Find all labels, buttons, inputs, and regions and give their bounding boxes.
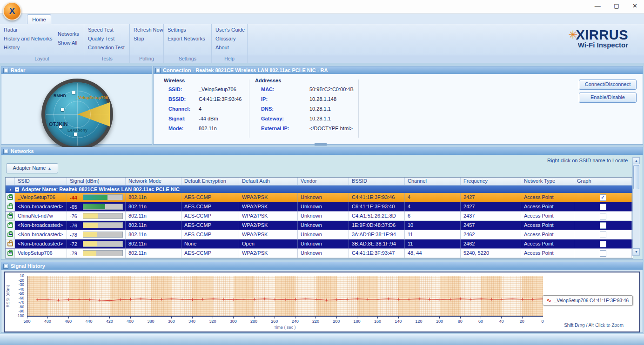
ribbon-item-radar[interactable]: Radar	[4, 26, 53, 34]
tab-home[interactable]: Home	[27, 14, 51, 24]
panel-collapse-icon[interactable]	[3, 149, 8, 154]
cell-ssid[interactable]: ChinaNet-nd7w	[15, 212, 67, 220]
connection-panel-header[interactable]: Connection - Realtek 8821CE Wireless LAN…	[154, 66, 643, 74]
networks-panel-header[interactable]: Networks	[1, 147, 643, 155]
splitter-handle[interactable]	[315, 143, 327, 146]
networks-scrollbar[interactable]: ▲ ▼	[632, 157, 640, 256]
ribbon-item-history-and-networks[interactable]: History and Networks	[4, 34, 53, 43]
ribbon-item-users-guide[interactable]: User's Guide	[215, 26, 245, 34]
column-header[interactable]: Vendor	[298, 178, 349, 185]
chart-legend[interactable]: ∿ _VelopSetup706 C4:41:1E:3F:93:46	[543, 295, 633, 305]
graph-checkbox[interactable]	[600, 213, 606, 219]
signal-bar-track	[83, 250, 123, 256]
signal-history-panel-header[interactable]: Signal History	[1, 262, 643, 270]
cell-graph[interactable]	[574, 202, 632, 211]
graph-checkbox[interactable]	[600, 204, 606, 210]
column-header[interactable]: Network Mode	[126, 178, 181, 185]
cell-ssid[interactable]: <Non-broadcasted>	[15, 221, 67, 230]
wireless-group-title: Wireless	[164, 78, 185, 83]
table-row[interactable]: _VelopSetup706 -44 802.11n AES-CCMP WPA2…	[6, 193, 633, 202]
radar-ssid-label[interactable]: LeXabony	[67, 128, 87, 133]
maximize-button[interactable]: ▢	[614, 2, 619, 10]
cell-network-mode: 802.11n	[126, 193, 181, 202]
graph-checkbox[interactable]: ✓	[600, 194, 606, 201]
graph-checkbox[interactable]	[600, 222, 606, 229]
column-header[interactable]: SSID	[15, 178, 67, 185]
panel-collapse-icon[interactable]	[3, 264, 8, 269]
ribbon-item-settings[interactable]: Settings	[168, 26, 205, 34]
signal-bar-track	[83, 204, 123, 210]
cell-ssid[interactable]: <Non-broadcasted>	[15, 239, 67, 248]
signal-bar-track	[83, 222, 123, 228]
cell-network-mode: 802.11n	[126, 212, 181, 220]
scrollbar-thumb[interactable]	[633, 165, 639, 189]
ribbon-item-refresh-now[interactable]: Refresh Now	[134, 26, 163, 34]
ribbon-item-speed-test[interactable]: Speed Test	[88, 26, 125, 34]
radar-panel-header[interactable]: Radar	[1, 66, 152, 74]
plot-area[interactable]	[27, 276, 543, 317]
signal-value-text: -78	[70, 232, 81, 238]
cell-graph[interactable]	[574, 221, 632, 230]
table-row[interactable]: <Non-broadcasted> -72 802.11n None Open …	[6, 239, 633, 249]
cell-graph[interactable]	[574, 212, 632, 220]
cell-ssid[interactable]: VelopSetup706	[15, 249, 67, 258]
cell-graph[interactable]	[574, 239, 632, 248]
ribbon-tab-row: Home	[0, 13, 644, 24]
table-row[interactable]: ChinaNet-nd7w -76 802.11n AES-CCMP WPA2/…	[6, 212, 633, 221]
cell-graph[interactable]	[574, 230, 632, 239]
minimize-button[interactable]: —	[595, 2, 601, 10]
ribbon-group-help: User's Guide Glossary About Help	[212, 24, 248, 63]
cell-ssid[interactable]: <Non-broadcasted>	[15, 202, 67, 211]
adapter-name-sort-button[interactable]: Adapter Name▲	[6, 163, 58, 173]
graph-checkbox[interactable]	[600, 232, 606, 238]
ribbon-item-stop[interactable]: Stop	[134, 34, 163, 43]
table-row[interactable]: <Non-broadcasted> -76 802.11n AES-CCMP W…	[6, 221, 633, 230]
enable-disable-button[interactable]: Enable/Disable	[579, 93, 637, 103]
ribbon-item-about[interactable]: About	[215, 43, 245, 52]
ribbon-item-export-networks[interactable]: Export Networks	[168, 34, 205, 43]
column-header[interactable]: BSSID	[349, 178, 405, 185]
signal-line-chart	[27, 276, 543, 316]
collapse-group-icon[interactable]: -	[15, 187, 19, 192]
cell-default-auth: WPA2/PSK	[239, 221, 298, 230]
ribbon-item-history[interactable]: History	[4, 43, 53, 52]
column-header[interactable]: Default Encryption	[181, 178, 239, 185]
close-button[interactable]: ✕	[632, 2, 637, 10]
radar-ssid-label[interactable]: _VelopSetup706	[76, 95, 108, 100]
cell-ssid[interactable]: <Non-broadcasted>	[15, 230, 67, 239]
ribbon-item-quality-test[interactable]: Quality Test	[88, 34, 125, 43]
column-header[interactable]: Graph	[574, 178, 632, 185]
ribbon-item-connection-test[interactable]: Connection Test	[88, 43, 125, 52]
cell-signal: -76	[67, 212, 126, 220]
panel-collapse-icon[interactable]	[155, 68, 161, 73]
app-menu-button[interactable]: X	[3, 2, 21, 20]
radar-ssid-label[interactable]: OTJKIN	[49, 121, 67, 127]
table-row[interactable]: <Non-broadcasted> -65 802.11n AES-CCMP W…	[6, 202, 633, 212]
ribbon-item-networks[interactable]: Networks	[58, 30, 79, 39]
column-header[interactable]: Frequency	[461, 178, 521, 185]
cell-default-auth: Open	[239, 239, 298, 248]
cell-graph[interactable]: ✓	[574, 193, 632, 202]
column-header[interactable]: Network Type	[521, 178, 574, 185]
signal-history-chart[interactable]: RSSI (dBm) -10-20-30-40-50-60-70-80-90-1…	[4, 272, 640, 332]
x-tick-label: 500	[23, 319, 30, 324]
graph-checkbox[interactable]	[600, 250, 606, 257]
table-row[interactable]: <Non-broadcasted> -78 802.11n AES-CCMP W…	[6, 230, 633, 239]
graph-checkbox[interactable]	[600, 241, 606, 247]
scroll-down-icon[interactable]: ▼	[633, 248, 640, 255]
cell-ssid[interactable]: _VelopSetup706	[15, 193, 67, 202]
radar-ssid-label[interactable]: RMHD	[54, 93, 66, 98]
ribbon-item-glossary[interactable]: Glossary	[215, 34, 245, 43]
x-tick-label: 400	[127, 319, 134, 324]
column-header[interactable]: Signal (dBm)	[67, 178, 126, 185]
column-header[interactable]: Default Auth	[239, 178, 298, 185]
adapter-group-row[interactable]: › - Adapter Name: Realtek 8821CE Wireles…	[6, 186, 633, 193]
column-header[interactable]: Channel	[405, 178, 461, 185]
panel-collapse-icon[interactable]	[3, 68, 8, 73]
bssid-value: C4:41:1E:3F:93:46	[199, 96, 242, 102]
scroll-up-icon[interactable]: ▲	[633, 157, 640, 164]
cell-graph[interactable]	[574, 249, 632, 258]
connect-disconnect-button[interactable]: Connect/Disconnect	[579, 80, 637, 90]
table-row[interactable]: VelopSetup706 -79 802.11n AES-CCMP WPA2/…	[6, 249, 633, 258]
ribbon-item-show-all[interactable]: Show All	[58, 39, 79, 47]
